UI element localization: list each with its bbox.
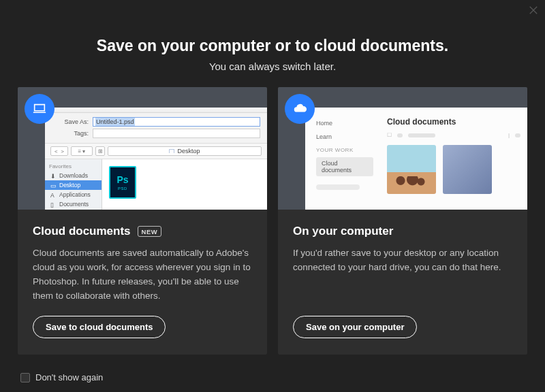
- computer-card-title: On your computer: [293, 225, 393, 238]
- dont-show-checkbox[interactable]: [20, 373, 30, 382]
- cloud-documents-card: Save As: Untitled-1.psd Tags: < > ≡ ▾: [18, 87, 267, 355]
- favorites-header: Favorites: [45, 162, 102, 171]
- save-to-cloud-button[interactable]: Save to cloud documents: [33, 316, 166, 338]
- dont-show-label: Don't show again: [35, 372, 103, 382]
- dialog-subtitle: You can always switch later.: [18, 61, 527, 72]
- tags-label: Tags:: [52, 130, 93, 137]
- sidebar-item-downloads: ⬇Downloads: [45, 171, 102, 180]
- sidebar-item-applications: AApplications: [45, 190, 102, 199]
- doc-thumbnail: [387, 145, 436, 194]
- new-badge: NEW: [138, 226, 162, 237]
- close-icon[interactable]: [529, 4, 538, 18]
- laptop-icon: [25, 94, 54, 124]
- nav-learn: Learn: [316, 133, 373, 140]
- save-as-input: Untitled-1.psd: [93, 117, 260, 127]
- save-location: Desktop: [108, 146, 262, 156]
- doc-thumbnail: [443, 145, 492, 194]
- nav-home: Home: [316, 120, 373, 127]
- computer-card-description: If you'd rather save to your desktop or …: [293, 246, 512, 304]
- computer-preview: Home Learn YOUR WORK Cloud documents Clo…: [278, 87, 527, 210]
- cloud-card-title: Cloud documents: [33, 225, 131, 238]
- cloud-preview: Save As: Untitled-1.psd Tags: < > ≡ ▾: [18, 87, 267, 210]
- computer-card: Home Learn YOUR WORK Cloud documents Clo…: [278, 87, 527, 355]
- cloud-card-description: Cloud documents are saved automatically …: [33, 246, 252, 304]
- save-location-dialog: Save on your computer or to cloud docume…: [0, 0, 545, 392]
- sidebar-item-desktop: ▭Desktop: [45, 180, 102, 190]
- your-work-header: YOUR WORK: [316, 147, 373, 153]
- sidebar-item-documents: ▯Documents: [45, 199, 102, 209]
- save-on-computer-button[interactable]: Save on your computer: [293, 316, 417, 338]
- cloud-docs-heading: Cloud documents: [387, 117, 520, 127]
- cloud-documents-nav: Cloud documents: [316, 157, 373, 176]
- psd-file-icon: Ps PSD: [109, 166, 136, 199]
- dialog-title: Save on your computer or to cloud docume…: [18, 37, 527, 55]
- tags-input: [93, 129, 260, 138]
- cloud-icon: [285, 94, 315, 124]
- save-as-label: Save As:: [52, 118, 93, 125]
